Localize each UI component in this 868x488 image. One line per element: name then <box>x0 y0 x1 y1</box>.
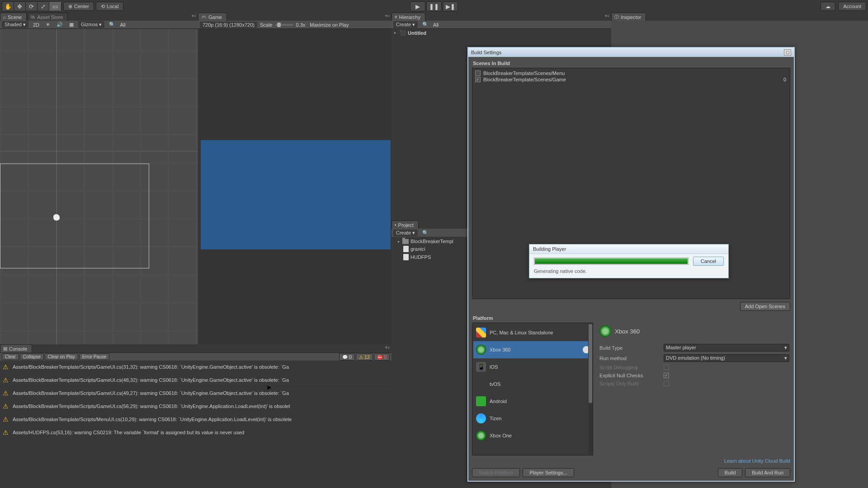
game-icon: 🎮 <box>201 14 207 19</box>
top-toolbar: ✋ ✥ ⟳ ⤢ ▭ ⊕Center ⟲Local ▶ ❚❚ ▶❚ ☁ Accou… <box>0 0 868 13</box>
hand-tool[interactable]: ✋ <box>2 2 14 11</box>
console-log-list[interactable]: Assets/BlockBreakerTemplate/Scripts/Game… <box>0 361 392 488</box>
search-icon[interactable]: 🔍 <box>420 230 430 236</box>
tab-game[interactable]: 🎮Game <box>198 13 227 21</box>
log-entry[interactable]: Assets/BlockBreakerTemplate/Scripts/Game… <box>0 361 392 374</box>
close-icon[interactable]: ▢ <box>784 49 791 56</box>
warn-filter[interactable]: ⚠ 12 <box>356 353 373 361</box>
collapse-button[interactable]: Collapse <box>20 353 44 360</box>
tab-hierarchy[interactable]: ≡Hierarchy <box>392 13 425 21</box>
scene-entry[interactable]: BlockBreakerTemplate/Scenes/Menu <box>474 70 788 76</box>
build-and-run-button[interactable]: Build And Run <box>745 468 790 477</box>
build-type-dropdown[interactable]: Master player▾ <box>664 344 789 352</box>
log-entry[interactable]: Assets/BlockBreakerTemplate/Scripts/Game… <box>0 387 392 400</box>
expand-icon[interactable]: ▸ <box>394 31 396 35</box>
account-menu[interactable]: Account <box>838 2 866 11</box>
hierarchy-root[interactable]: ▸ ⬛ Untitled <box>392 29 611 37</box>
progress-fill <box>535 258 688 264</box>
tab-project[interactable]: ▪Project <box>392 221 419 229</box>
cloud-build-link[interactable]: Learn about Unity Cloud Build <box>472 455 790 466</box>
cancel-button[interactable]: Cancel <box>693 257 724 266</box>
search-icon[interactable]: 🔍 <box>420 22 430 28</box>
platform-item-android[interactable]: Android <box>473 393 592 410</box>
toggle-light-icon[interactable]: ☀ <box>44 22 52 28</box>
add-open-scenes-button[interactable]: Add Open Scenes <box>740 302 790 311</box>
platform-list[interactable]: PC, Mac & Linux Standalone Xbox 360 📱iOS… <box>472 323 593 455</box>
rect-tool[interactable]: ▭ <box>49 2 61 11</box>
platform-item-xboxone[interactable]: Xbox One <box>473 427 592 444</box>
scrollbar[interactable] <box>588 323 593 455</box>
scrollbar-thumb[interactable] <box>589 324 592 403</box>
shading-mode-dropdown[interactable]: Shaded ▾ <box>2 21 28 28</box>
run-method-dropdown[interactable]: DVD emulation (No timing)▾ <box>664 354 789 362</box>
pause-button[interactable]: ❚❚ <box>426 1 442 11</box>
rotate-tool[interactable]: ⟳ <box>26 2 38 11</box>
player-settings-button[interactable]: Player Settings... <box>523 468 574 477</box>
play-button[interactable]: ▶ <box>410 1 425 11</box>
dialog-titlebar[interactable]: Build Settings ▢ <box>468 48 794 57</box>
tab-scene[interactable]: ⌂Scene <box>0 13 27 21</box>
platform-label: Platform <box>472 314 790 323</box>
move-tool[interactable]: ✥ <box>14 2 26 11</box>
switch-platform-button: Switch Platform <box>472 468 520 477</box>
scene-toolbar: Shaded ▾ 2D ☀ 🔊 ▦ Gizmos ▾ 🔍 All <box>0 21 198 29</box>
chevron-down-icon: ▾ <box>784 355 787 361</box>
pivot-center-toggle[interactable]: ⊕Center <box>63 2 94 11</box>
create-dropdown[interactable]: Create ▾ <box>393 21 418 28</box>
scene-entry[interactable]: ✓ BlockBreakerTemplate/Scenes/Game 0 <box>474 76 788 83</box>
scale-tool[interactable]: ⤢ <box>38 2 49 11</box>
gizmos-dropdown[interactable]: Gizmos ▾ <box>78 21 104 28</box>
step-button[interactable]: ▶❚ <box>443 1 458 11</box>
aspect-dropdown[interactable]: 720p (16:9) (1280x720) <box>200 22 257 28</box>
ios-icon: 📱 <box>476 362 486 372</box>
clear-on-play-button[interactable]: Clear on Play <box>45 353 78 360</box>
platform-item-tvos[interactable]: tvOS <box>473 375 592 393</box>
tab-console[interactable]: ▤Console <box>0 344 32 352</box>
panel-options-icon[interactable]: ▾≡ <box>192 14 196 18</box>
error-pause-button[interactable]: Error Pause <box>79 353 109 360</box>
clear-button[interactable]: Clear <box>2 353 19 360</box>
panel-options-icon[interactable]: ▾≡ <box>385 14 390 18</box>
scene-icon: ⌂ <box>3 14 6 19</box>
explicit-null-checkbox[interactable]: ✓ <box>664 373 669 378</box>
scale-slider[interactable] <box>275 24 293 26</box>
log-entry[interactable]: Assets/HUDFPS.cs(53,16): warning CS0219:… <box>0 426 392 439</box>
panel-options-icon[interactable]: ▾≡ <box>605 14 609 18</box>
platform-item-standalone[interactable]: PC, Mac & Linux Standalone <box>473 324 592 341</box>
platform-item-tizen[interactable]: Tizen <box>473 410 592 427</box>
run-method-label: Run method <box>599 356 660 361</box>
scripts-only-label: Scripts Only Build <box>599 381 660 386</box>
space-local-toggle[interactable]: ⟲Local <box>96 2 123 11</box>
toggle-audio-icon[interactable]: 🔊 <box>55 22 65 28</box>
tab-asset-store[interactable]: 🛍Asset Store <box>28 13 68 21</box>
search-icon[interactable]: 🔍 <box>107 22 117 28</box>
selected-platform-label: Xbox 360 <box>615 328 640 335</box>
cloud-button[interactable]: ☁ <box>821 2 835 11</box>
create-dropdown[interactable]: Create ▾ <box>393 230 418 236</box>
script-icon <box>403 246 409 252</box>
appletv-icon <box>476 379 486 389</box>
log-entry[interactable]: Assets/BlockBreakerTemplate/Scripts/Game… <box>0 374 392 387</box>
chevron-down-icon: ▾ <box>784 345 787 351</box>
error-filter[interactable]: ⛔ 0 <box>374 353 390 361</box>
tab-inspector[interactable]: ⓘInspector <box>611 13 646 21</box>
info-filter[interactable]: 💬 0 <box>339 353 355 361</box>
filter-all-label: All <box>433 22 439 28</box>
platform-item-xbox360[interactable]: Xbox 360 <box>473 341 592 358</box>
platform-item-ios[interactable]: 📱iOS <box>473 358 592 375</box>
script-debug-label: Script Debugging <box>599 365 660 370</box>
android-icon <box>476 396 486 406</box>
toggle-fx-icon[interactable]: ▦ <box>67 22 75 28</box>
script-icon <box>403 254 409 260</box>
build-type-label: Build Type <box>599 345 660 351</box>
log-entry[interactable]: Assets/BlockBreakerTemplate/Scripts/Menu… <box>0 413 392 426</box>
scene-object[interactable] <box>53 214 60 221</box>
scene-checkbox[interactable] <box>475 70 481 76</box>
scene-checkbox[interactable]: ✓ <box>475 77 481 82</box>
panel-options-icon[interactable]: ▾≡ <box>385 345 390 350</box>
expand-icon[interactable]: ▸ <box>398 239 400 244</box>
toggle-2d[interactable]: 2D <box>31 22 41 28</box>
maximize-toggle[interactable]: Maximize on Play <box>308 22 350 28</box>
log-entry[interactable]: Assets/BlockBreakerTemplate/Scripts/Game… <box>0 400 392 413</box>
build-button[interactable]: Build <box>718 468 742 477</box>
